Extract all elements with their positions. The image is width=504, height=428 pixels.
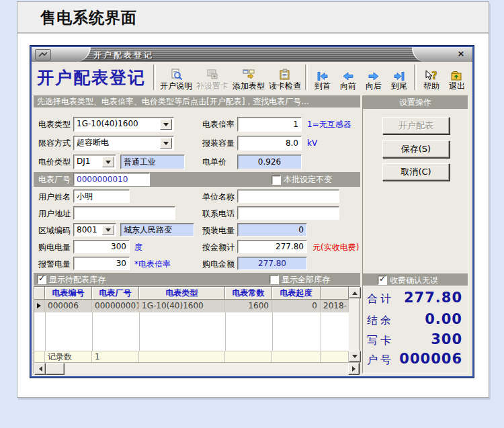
by-amount-note: 元(实收电费) [312,242,359,253]
horizontal-scrollbar[interactable] [34,362,360,374]
last-arrow-icon [392,68,406,81]
go-first-button[interactable]: 到首 [310,62,335,93]
factory-no-label: 电表厂号 [38,174,71,185]
col-header[interactable]: 电表类型 [139,287,225,300]
record-count-value: 1 [92,351,139,362]
vertical-scrollbar[interactable] [349,287,360,362]
alarm-energy-input[interactable]: 30 [73,257,130,270]
address-input[interactable] [73,206,175,220]
purchase-energy-input[interactable]: 300 [73,240,130,253]
total-label: 合计 [367,292,394,306]
table-cell[interactable]: 1G-10(40)1600 [139,300,225,312]
chevron-down-icon[interactable] [160,138,172,148]
purchase-energy-label: 购电电量 [38,242,71,253]
by-amount-input[interactable]: 277.80 [237,240,307,253]
card-setup-icon [206,68,219,81]
preload-energy-label: 预装电量 [202,225,235,236]
exit-button[interactable]: 退出 [444,62,470,93]
exit-folder-icon [450,68,464,81]
table-cell[interactable]: 0 [272,300,321,312]
page-header: 售电系统界面 [17,2,489,34]
col-header[interactable]: 电表编号 [45,287,92,300]
dialog-title: 开户配表登记 [93,50,154,61]
table-cell[interactable]: 2018- [321,300,349,312]
factory-no-input[interactable]: 0000000010 [73,173,150,186]
record-count-label: 记录数 [45,351,92,362]
fee-confirm-label: 收费确认无误 [390,275,438,286]
show-all-checkbox[interactable] [269,275,279,284]
col-header[interactable]: 电表常数 [225,287,272,300]
price-type-combo[interactable]: DJ1 [73,155,116,169]
clipboard-icon [278,68,292,81]
capacity-unit: kV [307,138,317,148]
company-label: 单位名称 [202,191,235,202]
chevron-down-icon[interactable] [102,225,114,234]
write-card-value: 300 [431,331,462,347]
open-help-button[interactable]: 开户说明 [158,62,194,93]
area-code-label: 区域编码 [38,225,71,236]
company-input[interactable] [237,189,339,203]
alarm-energy-label: 报警电量 [38,259,71,269]
page-card: 售电系统界面 开户配表登记 × 开户配表登记 开户说明 [17,1,489,398]
toolbar-separator [305,65,308,90]
price-type-label: 电价类型 [38,157,71,167]
go-prev-button[interactable]: 向前 [335,62,361,93]
total-value: 277.80 [404,290,462,306]
header-indicator-cell [34,287,45,300]
supplement-card-button: 补设置卡 [194,62,230,93]
capacity-input[interactable]: 8.0 [237,136,302,151]
capacity-label: 报装容量 [202,138,235,148]
table-cell[interactable]: 0000000010 [92,300,139,312]
page-title: 售电系统界面 [40,7,137,28]
show-all-label: 显示全部库存 [282,274,330,285]
price-type-desc: 普通工业 [120,155,185,169]
chevron-down-icon[interactable] [160,119,172,130]
show-pending-label: 显示待配表库存 [49,274,106,285]
hint-bar: 先选择电表类型、电表倍率、电价类型等后点击[开户配表]，查找电表厂号... [34,95,360,108]
settings-panel-header: 设置操作 [363,96,468,109]
meter-ratio-input[interactable]: 1 [237,117,302,132]
meter-type-label: 电表类型 [38,119,71,130]
add-boxes-icon [242,68,255,81]
unit-price-value: 0.926 [237,155,302,169]
window-logo-icon [35,49,51,60]
stock-table: 电表编号 电表厂号 电表类型 电表常数 电表起度 000006 00000000… [34,286,360,374]
col-header[interactable] [321,287,349,300]
limit-mode-combo[interactable]: 超容断电 [73,136,174,151]
dialog-window: 开户配表登记 × 开户配表登记 开户说明 补设置卡 [30,46,474,378]
col-header[interactable]: 电表起度 [272,287,321,300]
doc-magnifier-icon [169,68,183,81]
batch-keep-checkbox[interactable] [271,175,281,185]
area-code-desc: 城东人民路变 [120,223,194,237]
area-code-combo[interactable]: 8001 [73,223,116,237]
cancel-button[interactable]: 取消(C) [382,163,450,181]
save-button[interactable]: 保存(S) [382,140,450,158]
account-no-label: 户号 [367,353,394,368]
meter-type-combo[interactable]: 1G-10(40)1600 [73,117,174,132]
write-card-label: 写卡 [367,334,394,348]
help-button[interactable]: ? 帮助 [419,62,444,93]
footer-cell [139,351,225,362]
dialog-titlebar[interactable]: 开户配表登记 × [32,47,472,62]
go-next-button[interactable]: 向后 [361,62,386,93]
col-header[interactable]: 电表厂号 [92,287,139,300]
toolbar-separator [414,65,417,90]
add-meter-type-button[interactable]: 添加表型 [230,62,267,93]
go-last-button[interactable]: 到尾 [386,62,412,93]
chevron-down-icon[interactable] [102,157,114,167]
fee-confirm-checkbox[interactable] [378,275,387,285]
phone-input[interactable] [237,206,339,220]
price-type-value: DJ1 [77,157,90,166]
purchase-energy-unit: 度 [134,242,142,253]
user-name-input[interactable]: 小明 [73,189,130,203]
table-cell[interactable]: 1600 [225,300,272,312]
read-card-check-button[interactable]: 读卡检查 [267,62,303,93]
meter-type-value: 1G-10(40)1600 [77,119,138,128]
user-name-label: 用户姓名 [38,191,71,202]
show-pending-checkbox[interactable] [37,275,46,284]
close-button[interactable]: × [456,48,466,59]
footer-cell [321,351,349,362]
table-cell[interactable]: 000006 [45,300,92,312]
open-account-button: 开户配表 [382,117,450,134]
area-code-value: 8001 [77,225,97,234]
